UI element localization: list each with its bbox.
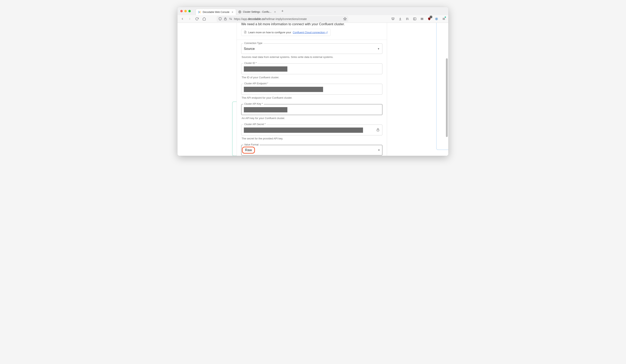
- scrollbar-thumb[interactable]: [446, 58, 448, 137]
- field-label: Cluster API Key *: [243, 103, 264, 105]
- library-icon[interactable]: [405, 16, 410, 22]
- ublock-icon[interactable]: 4: [427, 16, 432, 22]
- field-help: The secret for the provided API key.: [242, 137, 382, 140]
- sidebar-icon[interactable]: [412, 16, 417, 22]
- cluster-api-secret-input[interactable]: [241, 124, 382, 135]
- redacted-value: [244, 66, 287, 72]
- create-connection-panel: We need a bit more information to connec…: [236, 23, 387, 156]
- redacted-value: [244, 107, 287, 112]
- document-icon: [244, 31, 247, 34]
- tab-label: Decodable Web Console: [203, 11, 230, 13]
- toolbar-right-icons: 4: [390, 16, 446, 22]
- lock-icon: [376, 128, 380, 133]
- field-help: An API key for your Confluent cluster.: [242, 117, 382, 120]
- field-help: The ID of your Confluent cluster.: [242, 76, 382, 79]
- scrollbar-track[interactable]: [445, 23, 448, 156]
- learn-more-link-text: Confluent Cloud connection: [293, 31, 325, 34]
- back-button[interactable]: [180, 16, 185, 22]
- redacted-value: [244, 87, 323, 92]
- chevron-down-icon: ▼: [377, 47, 380, 50]
- redacted-value: [244, 127, 363, 133]
- svg-rect-11: [413, 18, 416, 20]
- shield-icon[interactable]: [218, 16, 222, 22]
- chevron-down-icon: ▼: [378, 149, 380, 152]
- field-label: Value Format: [243, 143, 260, 146]
- tab-confluent[interactable]: Cluster Settings - Confluent Clo ×: [236, 9, 278, 15]
- browser-toolbar: https://app.decodable.co/hellmar-imply/c…: [177, 15, 448, 23]
- panel-header: We need a bit more information to connec…: [237, 23, 387, 40]
- decodable-favicon-icon: [198, 10, 201, 14]
- svg-point-1: [239, 11, 240, 12]
- field-cluster-api-key: Cluster API Key *: [241, 104, 382, 115]
- downloads-icon[interactable]: [397, 16, 403, 22]
- svg-line-25: [326, 32, 327, 33]
- page-content: We need a bit more information to connec…: [177, 23, 448, 156]
- extension-circle-icon[interactable]: [434, 16, 439, 22]
- window-minimize-button[interactable]: [184, 10, 187, 12]
- window-close-button[interactable]: [180, 10, 183, 12]
- field-label: Cluster ID *: [243, 62, 258, 65]
- svg-marker-7: [344, 17, 346, 20]
- window-maximize-button[interactable]: [188, 10, 191, 12]
- url-path: /hellmar-imply/connections/create: [265, 17, 307, 21]
- window-controls: [180, 7, 196, 15]
- tab-label: Cluster Settings - Confluent Clo: [243, 10, 272, 13]
- field-cluster-id: Cluster ID *: [241, 63, 382, 74]
- tab-decodable[interactable]: Decodable Web Console ×: [196, 9, 236, 15]
- url-bar[interactable]: https://app.decodable.co/hellmar-imply/c…: [217, 16, 348, 22]
- svg-rect-26: [377, 129, 379, 131]
- header-text: We need a bit more information to connec…: [241, 23, 382, 26]
- field-cluster-api-secret: Cluster API Secret *: [241, 124, 382, 135]
- reload-button[interactable]: [194, 16, 200, 22]
- confluent-favicon-icon: [238, 10, 241, 13]
- svg-point-5: [231, 19, 232, 20]
- svg-point-3: [229, 18, 230, 19]
- field-connection-type: Connection Type Source ▼: [241, 43, 382, 54]
- url-prefix: https://app.: [234, 17, 248, 21]
- field-label: Cluster API Endpoint *: [243, 82, 269, 85]
- field-help: The API endpoint for your Confluent clus…: [242, 96, 382, 99]
- field-cluster-api-endpoint: Cluster API Endpoint *: [241, 84, 382, 95]
- value-format-select[interactable]: Raw ▼: [241, 145, 382, 155]
- tab-close-icon[interactable]: ×: [274, 10, 276, 13]
- lock-icon[interactable]: [224, 16, 227, 22]
- connection-type-value: Source: [244, 47, 255, 51]
- menu-notification-dot: [445, 17, 446, 18]
- svg-point-19: [436, 18, 437, 19]
- panel-body: Connection Type Source ▼ Sources read da…: [237, 40, 387, 156]
- hamburger-menu-icon[interactable]: [441, 16, 446, 22]
- field-label: Connection Type: [243, 42, 263, 44]
- field-value-format: Value Format Raw ▼: [241, 145, 382, 155]
- tab-strip: Decodable Web Console × Cluster Settings…: [177, 7, 448, 15]
- new-tab-button[interactable]: +: [280, 8, 285, 14]
- cluster-api-key-input[interactable]: [241, 104, 382, 115]
- cluster-id-input[interactable]: [241, 63, 382, 74]
- pocket-icon[interactable]: [390, 16, 395, 22]
- browser-window: Decodable Web Console × Cluster Settings…: [177, 7, 448, 156]
- field-label: Cluster API Secret *: [243, 123, 267, 126]
- svg-line-10: [408, 18, 408, 20]
- learn-more-text: Learn more on how to configure your: [248, 31, 291, 34]
- learn-more-box: Learn more on how to configure your Conf…: [241, 29, 331, 36]
- home-button[interactable]: [201, 16, 207, 22]
- url-text: https://app.decodable.co/hellmar-imply/c…: [234, 17, 341, 21]
- svg-rect-2: [224, 19, 226, 20]
- ublock-badge: 4: [430, 16, 432, 18]
- bookmark-star-icon[interactable]: [343, 16, 347, 22]
- value-format-value: Raw: [242, 147, 255, 154]
- url-domain: decodable.co: [248, 17, 265, 21]
- cluster-api-endpoint-input[interactable]: [241, 84, 382, 95]
- learn-more-link[interactable]: Confluent Cloud connection: [293, 31, 328, 34]
- connection-type-select[interactable]: Source ▼: [241, 43, 382, 54]
- permissions-icon[interactable]: [229, 16, 232, 22]
- tab-close-icon[interactable]: ×: [231, 11, 234, 13]
- extension-grid-icon[interactable]: [419, 16, 425, 22]
- field-help: Sources read data from external systems.…: [242, 55, 382, 59]
- forward-button[interactable]: [187, 16, 193, 22]
